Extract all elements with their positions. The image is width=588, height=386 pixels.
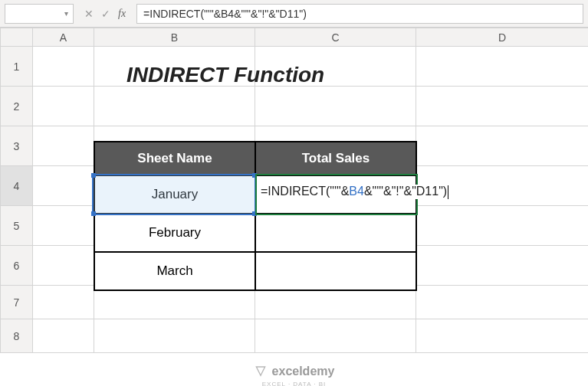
- cell-A4[interactable]: [33, 166, 94, 206]
- data-cell-b5[interactable]: February: [94, 214, 255, 252]
- cell-D8[interactable]: [416, 319, 589, 353]
- data-header-sales: Total Sales: [255, 142, 416, 175]
- cancel-icon[interactable]: ✕: [84, 8, 94, 19]
- col-header-A[interactable]: A: [33, 28, 94, 47]
- row-header-8[interactable]: 8: [1, 319, 33, 353]
- select-all-corner[interactable]: [1, 28, 33, 47]
- name-box[interactable]: ▾: [5, 4, 74, 24]
- col-header-C[interactable]: C: [255, 28, 416, 47]
- data-table: Sheet Name Total Sales January February …: [94, 141, 417, 291]
- cell-B8[interactable]: [94, 319, 255, 353]
- watermark: exceldemy EXCEL · DATA · BI: [0, 365, 588, 386]
- formula-suffix: &"'"&"!"&"D11"): [364, 185, 447, 198]
- col-header-D[interactable]: D: [416, 28, 589, 47]
- formula-bar-text: =INDIRECT("'"&B4&"'"&"!"&"D11"): [143, 8, 307, 20]
- cell-D6[interactable]: [416, 246, 589, 286]
- cell-D7[interactable]: [416, 286, 589, 319]
- cell-A7[interactable]: [33, 286, 94, 319]
- cell-A6[interactable]: [33, 246, 94, 286]
- confirm-icon[interactable]: ✓: [101, 8, 110, 19]
- data-cell-b4[interactable]: January: [94, 175, 255, 214]
- spreadsheet-grid[interactable]: A B C D 1 2 3: [0, 28, 588, 353]
- chevron-down-icon[interactable]: ▾: [64, 9, 68, 18]
- cell-B2[interactable]: [94, 87, 255, 126]
- row-header-4[interactable]: 4: [1, 166, 33, 206]
- cell-A2[interactable]: [33, 87, 94, 126]
- data-cell-c5[interactable]: [255, 214, 416, 252]
- row-header-2[interactable]: 2: [1, 87, 33, 126]
- cell-A3[interactable]: [33, 126, 94, 166]
- row-header-5[interactable]: 5: [1, 206, 33, 246]
- row-header-7[interactable]: 7: [1, 286, 33, 319]
- cell-D5[interactable]: [416, 206, 589, 246]
- data-cell-c6[interactable]: [255, 252, 416, 290]
- cell-C8[interactable]: [255, 319, 416, 353]
- fx-icon[interactable]: fx: [118, 8, 126, 20]
- formula-ref: B4: [349, 185, 364, 198]
- formula-bar-input[interactable]: =INDIRECT("'"&B4&"'"&"!"&"D11"): [136, 4, 583, 24]
- cell-A8[interactable]: [33, 319, 94, 353]
- cell-A5[interactable]: [33, 206, 94, 246]
- in-cell-formula-editor[interactable]: =INDIRECT("'"&B4&"'"&"!"&"D11"): [259, 185, 450, 199]
- watermark-sub: EXCEL · DATA · BI: [0, 381, 588, 386]
- formula-toolbar: ▾ ✕ ✓ fx =INDIRECT("'"&B4&"'"&"!"&"D11"): [0, 0, 588, 28]
- formula-bar-buttons: ✕ ✓ fx: [80, 8, 130, 20]
- cell-D2[interactable]: [416, 87, 589, 126]
- data-header-sheet: Sheet Name: [94, 142, 255, 175]
- logo-icon: [254, 365, 268, 381]
- cell-D3[interactable]: [416, 126, 589, 166]
- row-header-1[interactable]: 1: [1, 47, 33, 87]
- row-header-6[interactable]: 6: [1, 246, 33, 286]
- watermark-brand: exceldemy: [272, 365, 335, 378]
- col-header-B[interactable]: B: [94, 28, 255, 47]
- page-title: INDIRECT Function: [126, 63, 324, 87]
- cell-C2[interactable]: [255, 87, 416, 126]
- data-cell-b6[interactable]: March: [94, 252, 255, 290]
- text-cursor: [448, 185, 448, 199]
- cell-A1[interactable]: [33, 47, 94, 87]
- row-header-3[interactable]: 3: [1, 126, 33, 166]
- cell-D1[interactable]: [416, 47, 589, 87]
- formula-prefix: =INDIRECT("'"&: [261, 185, 349, 198]
